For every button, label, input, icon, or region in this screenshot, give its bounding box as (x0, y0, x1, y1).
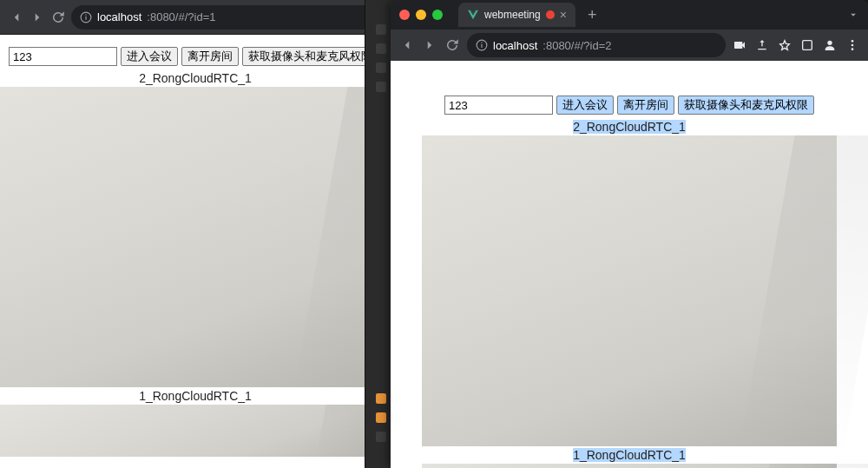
devtools-item[interactable] (376, 432, 386, 442)
svg-rect-6 (803, 41, 812, 50)
toolbar-right: localhost:8080/#/?id=2 (391, 30, 868, 61)
minimize-icon[interactable] (416, 10, 426, 20)
star-icon[interactable] (778, 38, 792, 52)
join-meeting-button[interactable]: 进入会议 (556, 96, 614, 115)
tab-title: webmeeting (484, 9, 541, 21)
new-tab-button[interactable]: + (588, 6, 597, 24)
info-icon (476, 39, 488, 51)
video-stream-bottom (422, 464, 837, 468)
join-meeting-button[interactable]: 进入会议 (121, 47, 178, 66)
menu-icon[interactable] (845, 38, 859, 52)
video-stream-top (0, 87, 391, 387)
devtools-item[interactable] (376, 43, 386, 54)
get-media-permissions-button[interactable]: 获取摄像头和麦克风权限 (242, 47, 378, 66)
tab-close-icon[interactable]: × (560, 9, 567, 21)
svg-point-7 (827, 41, 832, 45)
devtools-item[interactable] (376, 63, 386, 73)
url-host: localhost (97, 10, 141, 23)
get-media-permissions-button[interactable]: 获取摄像头和麦克风权限 (678, 96, 814, 115)
forward-icon[interactable] (30, 10, 45, 25)
page-content-left: 进入会议 离开房间 获取摄像头和麦克风权限 2_RongCloudRTC_1 1… (0, 35, 391, 468)
forward-icon[interactable] (422, 37, 437, 53)
extension-icons (733, 38, 859, 52)
vue-favicon-icon (467, 9, 479, 21)
reload-icon[interactable] (444, 37, 460, 53)
svg-rect-2 (85, 14, 86, 15)
stream-label-top: 2_RongCloudRTC_1 (0, 69, 391, 87)
room-id-input[interactable] (444, 96, 553, 115)
controls-row: 进入会议 离开房间 获取摄像头和麦克风权限 (422, 96, 837, 118)
url-host: localhost (493, 39, 537, 52)
reload-icon[interactable] (50, 10, 66, 25)
title-bar: webmeeting × + (391, 0, 868, 30)
svg-rect-4 (481, 44, 482, 48)
recording-indicator-icon (546, 10, 555, 19)
back-icon[interactable] (399, 37, 415, 53)
browser-window-left: localhost:8080/#/?id=1 进入会议 离开房间 获取摄像头和麦… (0, 0, 391, 468)
url-rest: :8080/#/?id=2 (542, 39, 611, 52)
chevron-down-icon[interactable] (847, 9, 859, 21)
stream-label-bottom: 1_RongCloudRTC_1 (0, 387, 391, 405)
controls-row: 进入会议 离开房间 获取摄像头和麦克风权限 (0, 35, 391, 69)
devtools-checkbox[interactable] (376, 393, 386, 404)
devtools-item[interactable] (376, 82, 386, 92)
svg-rect-1 (85, 16, 86, 19)
devtools-item[interactable] (376, 24, 386, 35)
extensions-icon[interactable] (800, 38, 814, 52)
video-stream-top (422, 135, 837, 446)
close-icon[interactable] (399, 10, 410, 20)
browser-window-right: webmeeting × + localhost:8080/#/?id=2 进入… (391, 0, 868, 468)
info-icon (80, 11, 92, 23)
leave-room-button[interactable]: 离开房间 (617, 96, 674, 115)
address-bar-right[interactable]: localhost:8080/#/?id=2 (467, 33, 726, 57)
url-rest: :8080/#/?id=1 (147, 10, 215, 23)
maximize-icon[interactable] (432, 10, 443, 20)
page-content-right: 进入会议 离开房间 获取摄像头和麦克风权限 2_RongCloudRTC_1 1… (391, 61, 868, 468)
toolbar-left: localhost:8080/#/?id=1 (0, 0, 391, 35)
svg-point-10 (852, 48, 854, 50)
profile-icon[interactable] (823, 38, 837, 52)
back-icon[interactable] (9, 10, 24, 25)
camera-icon[interactable] (733, 38, 746, 52)
video-stream-bottom (0, 405, 391, 457)
address-bar-left[interactable]: localhost:8080/#/?id=1 (71, 5, 382, 30)
svg-point-9 (852, 44, 854, 47)
browser-tab[interactable]: webmeeting × (458, 3, 575, 27)
stream-label-top: 2_RongCloudRTC_1 (422, 118, 837, 135)
stream-label-bottom: 1_RongCloudRTC_1 (422, 446, 837, 464)
svg-rect-5 (481, 43, 482, 43)
devtools-checkbox[interactable] (376, 412, 386, 423)
svg-point-8 (852, 40, 854, 43)
leave-room-button[interactable]: 离开房间 (181, 47, 239, 66)
share-icon[interactable] (755, 38, 769, 52)
room-id-input[interactable] (9, 47, 117, 66)
window-controls (399, 10, 443, 20)
